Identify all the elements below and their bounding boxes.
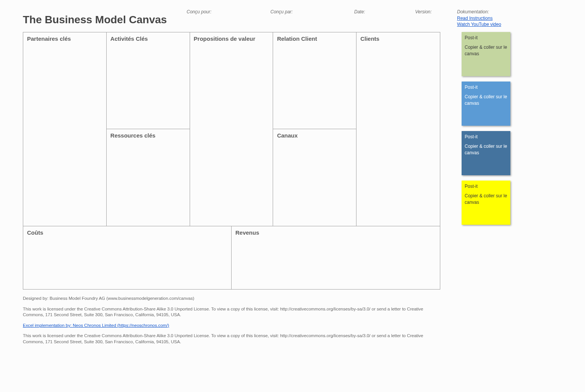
postit-body: Copier & coller sur le canvas xyxy=(465,94,507,106)
business-model-canvas: Partenaires clés Activités Clés Proposit… xyxy=(23,32,440,290)
footer-license-2: This work is licensed under the Creative… xyxy=(23,333,440,345)
postit-title: Post-it xyxy=(465,134,507,139)
footer-excel-implementation-link[interactable]: Excel implementation by: Neos Chronos Li… xyxy=(23,323,169,328)
meta-designed-for-label: Conçu pour: xyxy=(187,9,270,27)
link-watch-youtube[interactable]: Watch YouTube video xyxy=(457,21,518,27)
canvas-customer-segments[interactable]: Clients xyxy=(356,32,440,226)
page-title: The Business Model Canvas xyxy=(23,7,187,26)
footer-designed-by: Designed by: Business Model Foundry AG (… xyxy=(23,296,440,302)
canvas-key-partners-title: Partenaires clés xyxy=(27,35,102,42)
canvas-key-activities[interactable]: Activités Clés xyxy=(107,32,190,129)
meta-date-label: Date: xyxy=(354,9,415,27)
canvas-value-propositions[interactable]: Propositions de valeur xyxy=(190,32,273,226)
canvas-revenue-streams[interactable]: Revenus xyxy=(232,226,440,289)
canvas-channels-title: Canaux xyxy=(277,132,352,139)
meta-columns: Conçu pour: Conçu par: Date: Version: Do… xyxy=(187,7,568,27)
link-read-instructions[interactable]: Read Instructions xyxy=(457,15,518,21)
postit-dark-blue[interactable]: Post-it Copier & coller sur le canvas xyxy=(462,131,510,175)
documentation-label: Dokumentation: xyxy=(457,9,518,14)
postit-title: Post-it xyxy=(465,35,507,40)
postit-blue[interactable]: Post-it Copier & coller sur le canvas xyxy=(462,82,510,126)
postit-title: Post-it xyxy=(465,85,507,90)
postit-green[interactable]: Post-it Copier & coller sur le canvas xyxy=(462,32,510,76)
canvas-key-resources-title: Ressources clés xyxy=(110,132,186,139)
canvas-customer-relationships[interactable]: Relation Client xyxy=(273,32,356,129)
postit-body: Copier & coller sur le canvas xyxy=(465,143,507,155)
meta-documentation: Dokumentation: Read Instructions Watch Y… xyxy=(457,9,518,27)
header-row: The Business Model Canvas Conçu pour: Co… xyxy=(23,7,568,27)
footer-license-1: This work is licensed under the Creative… xyxy=(23,306,440,318)
canvas-key-partners[interactable]: Partenaires clés xyxy=(23,32,107,226)
canvas-channels[interactable]: Canaux xyxy=(273,129,356,226)
canvas-revenue-streams-title: Revenus xyxy=(235,229,436,236)
canvas-value-propositions-title: Propositions de valeur xyxy=(194,35,269,42)
postit-body: Copier & coller sur le canvas xyxy=(465,44,507,56)
postit-yellow[interactable]: Post-it Copier & coller sur le canvas xyxy=(462,181,510,225)
canvas-key-resources[interactable]: Ressources clés xyxy=(107,129,190,226)
postit-body: Copier & coller sur le canvas xyxy=(465,193,507,205)
canvas-cost-structure[interactable]: Coûts xyxy=(23,226,232,289)
postit-palette: Post-it Copier & coller sur le canvas Po… xyxy=(462,32,510,225)
canvas-cost-structure-title: Coûts xyxy=(27,229,227,236)
meta-designed-by-label: Conçu par: xyxy=(270,9,354,27)
canvas-key-activities-title: Activités Clés xyxy=(110,35,186,42)
footer: Designed by: Business Model Foundry AG (… xyxy=(23,296,440,345)
canvas-customer-segments-title: Clients xyxy=(360,35,436,42)
meta-version-label: Version: xyxy=(415,9,457,27)
postit-title: Post-it xyxy=(465,184,507,189)
canvas-customer-relationships-title: Relation Client xyxy=(277,35,352,42)
